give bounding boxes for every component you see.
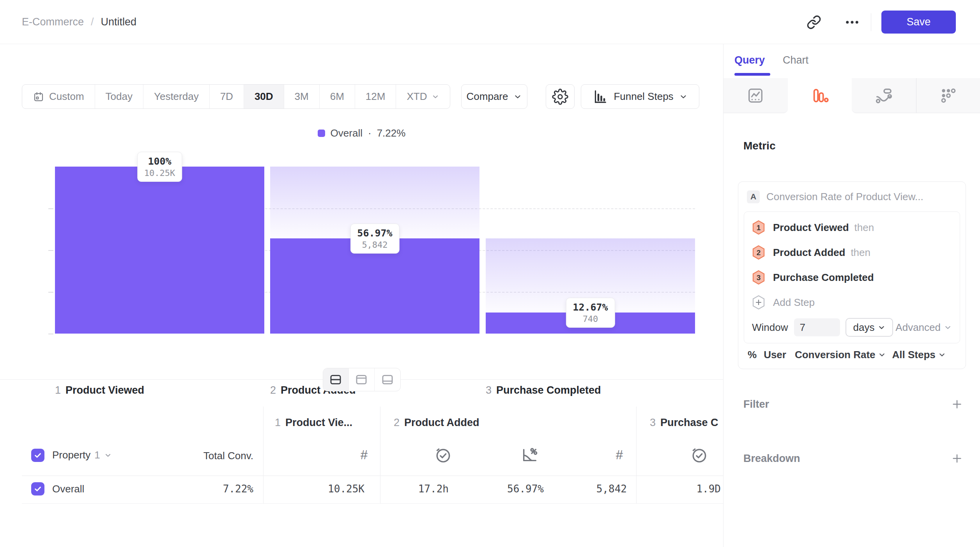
more-menu-button[interactable] xyxy=(840,10,865,35)
measure-metric-label: Conversion Rate xyxy=(795,349,876,361)
hash-icon[interactable]: # xyxy=(616,446,623,464)
advanced-label: Advanced xyxy=(895,321,941,334)
tab-retention-report[interactable] xyxy=(916,78,980,113)
layout-toggle-group xyxy=(323,368,401,391)
table-cell: 1.9D xyxy=(696,483,721,495)
tab-query[interactable]: Query xyxy=(734,54,765,66)
measure-scope-label: All Steps xyxy=(892,349,936,361)
breadcrumb-separator: / xyxy=(91,16,94,28)
step-number-hexagon-icon: 2 xyxy=(752,245,765,260)
group-step-number: 2 xyxy=(394,417,400,429)
query-step-1[interactable]: 1Product Viewedthen xyxy=(752,215,952,240)
select-all-checkbox[interactable] xyxy=(31,449,44,462)
group-step-name: Product Added xyxy=(404,417,479,429)
step-name: Purchase Completed xyxy=(496,384,601,396)
chevron-down-icon xyxy=(432,93,439,101)
funnel-chart: 0%25%50%75%100%10.25K56.97%5,84212.67%74… xyxy=(55,167,695,334)
column-group-header-2[interactable]: 2Product Added xyxy=(394,417,479,429)
chart-settings-button[interactable] xyxy=(546,84,575,109)
check-icon xyxy=(34,485,42,493)
table-column-divider xyxy=(263,407,264,503)
compare-label: Compare xyxy=(467,91,508,103)
measure-scope-select[interactable]: All Steps xyxy=(892,349,946,361)
value-badge-step-3: 12.67%740 xyxy=(566,298,615,328)
funnel-bar-step-1[interactable] xyxy=(55,167,264,334)
save-button[interactable]: Save xyxy=(881,11,956,34)
date-range-12m[interactable]: 12M xyxy=(355,85,396,108)
metric-letter-badge: A xyxy=(747,190,760,203)
window-label: Window xyxy=(752,321,788,334)
rate-chart-icon[interactable] xyxy=(521,446,539,464)
table-row-border xyxy=(22,503,723,504)
table-cell: 5,842 xyxy=(596,483,627,495)
advanced-toggle[interactable]: Advanced xyxy=(895,321,952,334)
measure-row: % User Conversion Rate All Steps xyxy=(738,343,966,366)
column-group-header-1[interactable]: 1Product Vie... xyxy=(275,417,352,429)
metric-header[interactable]: A Conversion Rate of Product View... xyxy=(738,182,966,211)
window-unit-select[interactable]: days xyxy=(846,318,893,337)
property-column-header[interactable]: Property 1 xyxy=(52,449,112,461)
svg-text:3: 3 xyxy=(757,274,761,282)
header-divider xyxy=(871,13,871,31)
date-range-label: XTD xyxy=(407,91,427,103)
chevron-down-icon xyxy=(679,92,688,101)
row-checkbox[interactable] xyxy=(31,482,44,495)
step-event-name: Product Added xyxy=(773,247,845,259)
header-actions: Save xyxy=(801,0,980,44)
breadcrumb-project[interactable]: E-Commerce xyxy=(22,16,84,28)
date-range-today[interactable]: Today xyxy=(95,85,143,108)
date-range-yesterday[interactable]: Yesterday xyxy=(143,85,210,108)
date-range-3m[interactable]: 3M xyxy=(284,85,320,108)
breakdown-section: Breakdown xyxy=(743,449,963,468)
clock-check-icon[interactable] xyxy=(690,446,708,464)
date-range-7d[interactable]: 7D xyxy=(210,85,244,108)
step-event-name: Product Viewed xyxy=(773,222,849,234)
date-range-6m[interactable]: 6M xyxy=(320,85,355,108)
breadcrumb: E-Commerce / Untitled xyxy=(22,0,136,44)
measure-metric-select[interactable]: Conversion Rate xyxy=(795,349,886,361)
tab-insights-report[interactable] xyxy=(724,78,788,113)
breadcrumb-title[interactable]: Untitled xyxy=(101,16,137,28)
add-step-hexagon-icon xyxy=(752,295,765,310)
measure-entity[interactable]: User xyxy=(764,349,786,361)
share-link-button[interactable] xyxy=(801,10,826,35)
query-step-3[interactable]: 3Purchase Completed xyxy=(752,265,952,290)
top-bar: E-Commerce / Untitled Save xyxy=(0,0,980,44)
query-step-2[interactable]: 2Product Addedthen xyxy=(752,240,952,265)
report-type-tabs xyxy=(724,78,980,113)
chart-legend[interactable]: Overall · 7.22% xyxy=(0,127,723,139)
total-conv-header[interactable]: Total Conv. xyxy=(203,450,253,462)
layout-split-button[interactable] xyxy=(323,368,349,391)
property-label: Property xyxy=(52,449,90,461)
compare-button[interactable]: Compare xyxy=(461,84,527,109)
layout-chart-only-button[interactable] xyxy=(349,368,375,391)
chevron-down-icon xyxy=(877,323,886,332)
chart-type-button[interactable]: Funnel Steps xyxy=(581,84,699,109)
query-panel: Query Chart xyxy=(723,44,980,547)
tab-funnels-report[interactable] xyxy=(788,78,852,113)
table-cell: 56.97% xyxy=(507,483,544,495)
measure-prefix: % xyxy=(748,349,757,361)
tab-chart[interactable]: Chart xyxy=(783,54,808,66)
clock-check-icon[interactable] xyxy=(434,446,452,464)
add-filter-button[interactable] xyxy=(951,398,963,410)
layout-table-only-button[interactable] xyxy=(375,368,400,391)
date-range-custom[interactable]: Custom xyxy=(22,85,95,108)
step-name: Product Viewed xyxy=(65,384,144,396)
row-name[interactable]: Overall xyxy=(52,483,84,495)
y-axis-tick-mark xyxy=(48,292,53,293)
tab-flows-report[interactable] xyxy=(852,78,916,113)
step-suffix: then xyxy=(854,222,874,234)
group-step-number: 3 xyxy=(650,417,656,429)
date-range-xtd[interactable]: XTD xyxy=(396,85,450,108)
svg-text:1: 1 xyxy=(757,224,761,232)
funnel-report-icon xyxy=(811,87,829,105)
date-range-label: 30D xyxy=(255,91,273,103)
add-step-button[interactable]: Add Step xyxy=(752,290,952,315)
date-range-30d[interactable]: 30D xyxy=(244,85,284,108)
column-group-header-3[interactable]: 3Purchase C xyxy=(650,417,718,429)
step-axis-label-3: 3Purchase Completed xyxy=(486,384,601,396)
add-breakdown-button[interactable] xyxy=(951,453,963,464)
hash-icon[interactable]: # xyxy=(361,446,368,464)
window-value-input[interactable] xyxy=(794,318,840,336)
